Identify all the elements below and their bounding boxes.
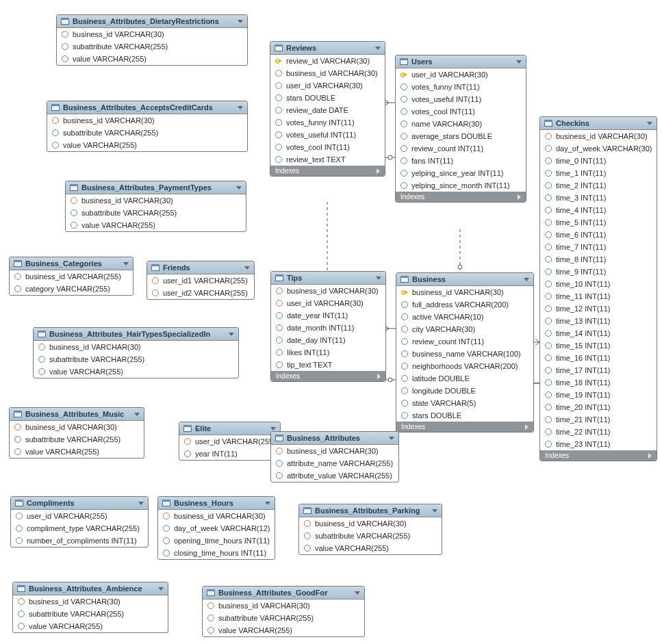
foreign-key-icon (275, 82, 282, 89)
entity-header[interactable]: Business_Attributes_GoodFor (203, 587, 364, 600)
chevron-down-icon (355, 591, 360, 595)
entity-bus_cat[interactable]: Business_Categoriesbusiness_id VARCHAR(2… (9, 257, 133, 296)
columns-list: business_id VARCHAR(30)subattribute VARC… (34, 341, 238, 378)
columns-list: business_id VARCHAR(30)subattribute VARC… (66, 194, 246, 231)
entity-ba_payment[interactable]: Business_Attributes_PaymentTypesbusiness… (65, 181, 246, 232)
entity-ba_goodfor[interactable]: Business_Attributes_GoodForbusiness_id V… (202, 586, 365, 637)
column-row: time_8 INT(11) (540, 253, 657, 266)
column-row: subattribute VARCHAR(255) (299, 530, 442, 542)
column-icon (545, 268, 552, 275)
column-icon (545, 182, 552, 189)
column-label: closing_time_hours INT(11) (174, 549, 266, 557)
column-row: value VARCHAR(255) (47, 139, 247, 151)
column-icon (400, 170, 407, 177)
column-row: subattribute VARCHAR(255) (13, 608, 168, 620)
indexes-label: Indexes (545, 452, 569, 459)
column-icon (400, 157, 407, 164)
column-icon (62, 43, 68, 50)
entity-compliments[interactable]: Complimentsuser_id VARCHAR(255)complimen… (10, 496, 149, 548)
entity-header[interactable]: Business_Attributes (271, 432, 398, 445)
indexes-footer[interactable]: Indexes (396, 192, 526, 202)
foreign-key-icon (52, 117, 59, 124)
column-label: time_18 INT(11) (556, 378, 610, 387)
indexes-footer[interactable]: Indexes (271, 371, 385, 381)
entity-ba_hair[interactable]: Business_Attributes_HairTypesSpecialized… (33, 327, 239, 378)
entity-ba_parking[interactable]: Business_Attributes_Parkingbusiness_id V… (298, 504, 442, 555)
column-label: time_12 INT(11) (556, 305, 610, 313)
column-row: user_id2 VARCHAR(255) (147, 287, 254, 299)
entity-header[interactable]: Business_Attributes_Music (10, 408, 144, 421)
expand-arrow-icon (525, 424, 529, 430)
column-icon (163, 537, 170, 544)
entity-checkins[interactable]: Checkinsbusiness_id VARCHAR(30)day_of_we… (539, 116, 657, 461)
entity-header[interactable]: Business_Hours (158, 497, 275, 510)
column-row: business_id VARCHAR(30) (270, 67, 385, 79)
entity-bus_attr[interactable]: Business_Attributesbusiness_id VARCHAR(3… (270, 431, 399, 482)
entity-header[interactable]: Business_Attributes_DietaryRestrictions (57, 15, 247, 28)
entity-header[interactable]: Business_Attributes_PaymentTypes (66, 181, 246, 194)
column-row: average_stars DOUBLE (396, 130, 526, 142)
entity-header[interactable]: Business_Attributes_Ambience (13, 582, 168, 595)
column-label: business_id VARCHAR(30) (556, 132, 648, 140)
entity-elite[interactable]: Eliteuser_id VARCHAR(255)year INT(11) (179, 422, 281, 461)
column-icon (184, 450, 191, 457)
entity-reviews[interactable]: Reviewsreview_id VARCHAR(30)business_id … (270, 41, 385, 177)
entity-header[interactable]: Friends (147, 261, 254, 274)
entity-header[interactable]: Users (396, 55, 526, 68)
column-row: time_14 INT(11) (540, 327, 657, 339)
column-row: review_count INT(11) (396, 335, 533, 348)
entity-business[interactable]: Businessbusiness_id VARCHAR(30)full_addr… (396, 272, 534, 433)
column-row: review_count INT(11) (396, 142, 526, 155)
column-row: time_3 INT(11) (540, 192, 657, 204)
foreign-key-icon (545, 145, 552, 152)
column-label: review_count INT(11) (411, 144, 483, 153)
column-icon (401, 363, 408, 370)
chevron-down-icon (432, 509, 437, 513)
table-icon (275, 435, 283, 441)
columns-list: review_id VARCHAR(30)business_id VARCHAR… (270, 55, 385, 166)
entity-friends[interactable]: Friendsuser_id1 VARCHAR(255)user_id2 VAR… (147, 261, 255, 300)
foreign-key-icon (152, 277, 159, 284)
column-row: time_5 INT(11) (540, 216, 657, 229)
entity-header[interactable]: Reviews (270, 42, 385, 55)
entity-users[interactable]: Usersuser_id VARCHAR(30)votes_funny INT(… (395, 55, 526, 203)
column-label: business_id VARCHAR(30) (315, 519, 407, 528)
column-icon (400, 133, 407, 140)
entity-header[interactable]: Elite (179, 422, 280, 435)
column-row: value VARCHAR(255) (13, 620, 168, 632)
chevron-down-icon (244, 266, 250, 270)
column-row: business_id VARCHAR(30) (203, 600, 364, 612)
column-label: time_17 INT(11) (556, 366, 610, 374)
expand-arrow-icon (518, 194, 521, 200)
table-icon (151, 264, 160, 271)
column-row: yelping_since_year INT(11) (396, 167, 526, 179)
indexes-footer[interactable]: Indexes (540, 450, 657, 461)
entity-ba_music[interactable]: Business_Attributes_Musicbusiness_id VAR… (9, 407, 144, 459)
entity-header[interactable]: Business_Attributes_AcceptsCreditCards (47, 101, 247, 114)
entity-tips[interactable]: Tipsbusiness_id VARCHAR(30)user_id VARCH… (270, 271, 386, 382)
column-row: time_4 INT(11) (540, 204, 657, 216)
entity-header[interactable]: Checkins (540, 117, 657, 130)
entity-ba_dietary[interactable]: Business_Attributes_DietaryRestrictionsb… (56, 14, 248, 66)
entity-bus_hours[interactable]: Business_Hoursbusiness_id VARCHAR(30)day… (157, 496, 275, 560)
column-label: compliment_type VARCHAR(255) (27, 524, 140, 532)
column-row: time_10 INT(11) (540, 278, 657, 290)
entity-header[interactable]: Tips (271, 272, 385, 285)
indexes-footer[interactable]: Indexes (270, 166, 385, 176)
chevron-down-icon (238, 20, 243, 23)
entity-header[interactable]: Business (396, 273, 533, 286)
indexes-footer[interactable]: Indexes (396, 422, 533, 432)
entity-ba_cc[interactable]: Business_Attributes_AcceptsCreditCardsbu… (47, 101, 248, 152)
entity-header[interactable]: Business_Categories (10, 257, 133, 270)
entity-header[interactable]: Business_Attributes_Parking (299, 504, 442, 517)
column-label: neighborhoods VARCHAR(200) (412, 362, 518, 370)
column-label: business_id VARCHAR(30) (412, 288, 504, 296)
entity-header[interactable]: Compliments (11, 497, 148, 510)
column-row: votes_funny INT(11) (396, 81, 526, 93)
entity-header[interactable]: Business_Attributes_HairTypesSpecialized… (34, 328, 238, 341)
columns-list: user_id VARCHAR(255)year INT(11) (179, 435, 280, 460)
entity-ba_ambience[interactable]: Business_Attributes_Ambiencebusiness_id … (12, 582, 168, 633)
column-label: value VARCHAR(255) (49, 368, 123, 376)
foreign-key-icon (275, 70, 282, 77)
column-row: votes_useful INT(11) (270, 129, 385, 141)
